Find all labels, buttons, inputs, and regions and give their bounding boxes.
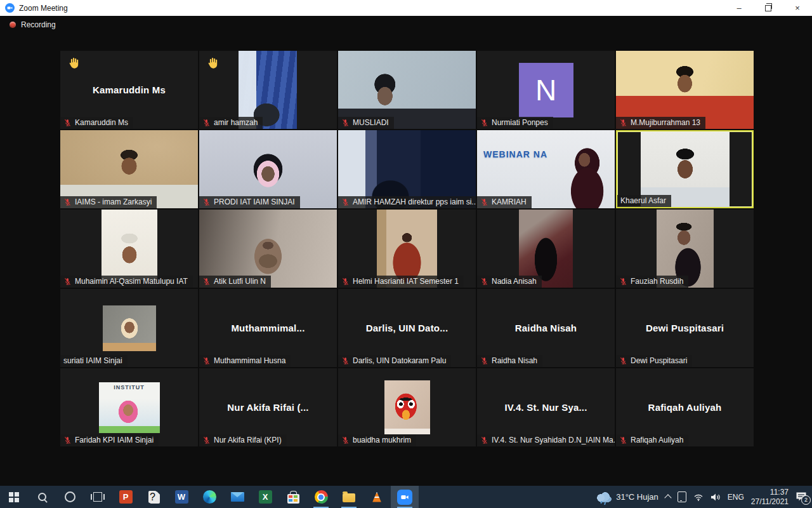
participant-name: Rafiqah Auliyah bbox=[631, 436, 683, 444]
muted-mic-icon bbox=[63, 119, 72, 127]
participant-name-label: buaidha mukhrim bbox=[338, 434, 416, 446]
participant-name: Atik Lutfi Ulin N bbox=[214, 277, 266, 286]
participant-tile[interactable]: Nadia Anisah bbox=[477, 210, 615, 288]
edge-button[interactable] bbox=[195, 486, 223, 508]
participant-name: Kamaruddin Ms bbox=[75, 118, 128, 127]
participant-tile[interactable]: Darlis, UIN Dato... Darlis, UIN Datokara… bbox=[338, 289, 476, 367]
participant-name-label: amir hamzah bbox=[199, 117, 263, 129]
participant-tile[interactable]: Kamaruddin Ms Kamaruddin Ms bbox=[60, 51, 198, 129]
participant-tile[interactable]: buaidha mukhrim bbox=[338, 368, 476, 446]
participant-name: suriati IAIM Sinjai bbox=[63, 356, 122, 365]
participant-tile-active-speaker[interactable]: Khaerul Asfar bbox=[616, 130, 754, 208]
participant-name: buaidha mukhrim bbox=[353, 436, 411, 444]
clock-time: 11:37 bbox=[751, 488, 789, 497]
system-tray: 31°C Hujan ENG 11:37 27/11/2021 2 bbox=[596, 488, 812, 507]
participant-tile[interactable]: AMIR HAMZAH direktur pps iaim si... bbox=[338, 130, 476, 208]
muted-mic-icon bbox=[619, 119, 627, 127]
tray-device-icon[interactable] bbox=[678, 491, 686, 502]
file-explorer-button[interactable] bbox=[335, 486, 363, 508]
minimize-icon: – bbox=[737, 4, 741, 12]
action-center-button[interactable]: 2 bbox=[796, 491, 808, 503]
muted-mic-icon bbox=[341, 357, 350, 365]
help-document-button[interactable]: ? bbox=[140, 486, 167, 508]
muted-mic-icon bbox=[480, 436, 488, 444]
minimize-button[interactable]: – bbox=[724, 0, 754, 16]
volume-icon[interactable] bbox=[710, 493, 721, 502]
window-title-bar: Zoom Meeting – × bbox=[0, 0, 812, 16]
participant-name-label: Kamaruddin Ms bbox=[60, 117, 133, 129]
start-button[interactable] bbox=[0, 486, 28, 508]
participant-name-label: Muhaimin Al-Qasim Matulupu IAT bbox=[60, 276, 193, 288]
avatar-banner-text: INSTITUT bbox=[99, 384, 160, 391]
participant-tile[interactable]: suriati IAIM Sinjai bbox=[60, 289, 198, 367]
participant-tile[interactable]: Muthammimal... Muthammimal Husna bbox=[199, 289, 337, 367]
participant-tile[interactable]: Fauziah Rusdih bbox=[616, 210, 754, 288]
restore-button[interactable] bbox=[754, 0, 783, 16]
muted-mic-icon bbox=[341, 277, 350, 286]
participant-name-label: Dewi Puspitasari bbox=[616, 355, 692, 367]
search-button[interactable] bbox=[28, 486, 56, 508]
muted-mic-icon bbox=[480, 277, 488, 286]
search-icon bbox=[38, 493, 46, 501]
powerpoint-button[interactable]: P bbox=[112, 486, 140, 508]
restore-icon bbox=[765, 5, 771, 11]
chrome-button[interactable] bbox=[307, 486, 335, 508]
zoom-taskbar-button[interactable] bbox=[391, 486, 419, 508]
close-button[interactable]: × bbox=[783, 0, 812, 16]
muted-mic-icon bbox=[619, 277, 627, 286]
notification-badge: 2 bbox=[801, 495, 811, 505]
photo-avatar bbox=[384, 380, 430, 434]
task-view-icon bbox=[93, 492, 102, 502]
participant-name: Nur Akifa Rifai (KPI) bbox=[214, 436, 282, 444]
virtual-background-text: WEBINAR NA bbox=[483, 149, 547, 159]
mail-button[interactable] bbox=[223, 486, 251, 508]
participant-tile[interactable]: Muhaimin Al-Qasim Matulupu IAT bbox=[60, 210, 198, 288]
clock-date: 27/11/2021 bbox=[751, 497, 789, 507]
participant-tile[interactable]: M.Mujiburrahman 13 bbox=[616, 51, 754, 129]
store-button[interactable] bbox=[279, 486, 307, 508]
vlc-icon bbox=[371, 492, 383, 502]
participant-tile[interactable]: IV.4. St. Nur Sya... IV.4. St. Nur Syahi… bbox=[477, 368, 615, 446]
participant-tile[interactable]: Raidha Nisah Raidha Nisah bbox=[477, 289, 615, 367]
participant-tile[interactable]: WEBINAR NA KAMRIAH bbox=[477, 130, 615, 208]
participant-tile[interactable]: MUSLIADI bbox=[338, 51, 476, 129]
recording-dot-icon bbox=[10, 22, 16, 28]
participant-tile[interactable]: Dewi Puspitasari Dewi Puspitasari bbox=[616, 289, 754, 367]
participant-name-label: suriati IAIM Sinjai bbox=[60, 355, 128, 367]
participant-name-label: KAMRIAH bbox=[477, 196, 532, 208]
clock[interactable]: 11:37 27/11/2021 bbox=[751, 488, 789, 507]
participant-tile[interactable]: Helmi Hasrianti IAT Semester 1 bbox=[338, 210, 476, 288]
participant-tile[interactable]: IAIMS - imam Zarkasyi bbox=[60, 130, 198, 208]
participant-tile[interactable]: PRODI IAT IAIM SINJAI bbox=[199, 130, 337, 208]
muted-mic-icon bbox=[480, 198, 488, 206]
participant-name: Darlis, UIN Datokaram Palu bbox=[353, 356, 446, 365]
participant-tile[interactable]: amir hamzah bbox=[199, 51, 337, 129]
language-indicator[interactable]: ENG bbox=[728, 493, 744, 502]
windows-logo-icon bbox=[9, 492, 19, 502]
participant-name: Fauziah Rusdih bbox=[631, 277, 683, 286]
weather-widget[interactable]: 31°C Hujan bbox=[596, 492, 658, 502]
participant-tile[interactable]: Nur Akifa Rifai (... Nur Akifa Rifai (KP… bbox=[199, 368, 337, 446]
muted-mic-icon bbox=[480, 119, 488, 127]
zoom-app-icon bbox=[5, 3, 15, 13]
cortana-button[interactable] bbox=[56, 486, 84, 508]
task-view-button[interactable] bbox=[84, 486, 112, 508]
participant-name: AMIR HAMZAH direktur pps iaim si... bbox=[353, 197, 476, 206]
muted-mic-icon bbox=[63, 198, 72, 206]
participant-name: KAMRIAH bbox=[492, 197, 527, 206]
participant-tile[interactable]: Rafiqah Auliyah Rafiqah Auliyah bbox=[616, 368, 754, 446]
participant-tile[interactable]: N Nurmiati Ponpes bbox=[477, 51, 615, 129]
word-button[interactable]: W bbox=[167, 486, 195, 508]
participant-tile[interactable]: INSTITUT Faridah KPI IAIM Sinjai bbox=[60, 368, 198, 446]
question-badge-icon: ? bbox=[150, 491, 160, 504]
recording-indicator[interactable]: Recording bbox=[10, 20, 56, 29]
chevron-up-icon[interactable] bbox=[664, 494, 671, 501]
excel-button[interactable]: X bbox=[251, 486, 279, 508]
participant-name-label: Atik Lutfi Ulin N bbox=[199, 276, 271, 288]
vlc-button[interactable] bbox=[363, 486, 391, 508]
file-explorer-icon bbox=[343, 493, 355, 502]
microsoft-store-icon bbox=[287, 494, 299, 504]
wifi-icon[interactable] bbox=[693, 493, 704, 501]
participant-tile[interactable]: Atik Lutfi Ulin N bbox=[199, 210, 337, 288]
muted-mic-icon bbox=[63, 277, 72, 286]
